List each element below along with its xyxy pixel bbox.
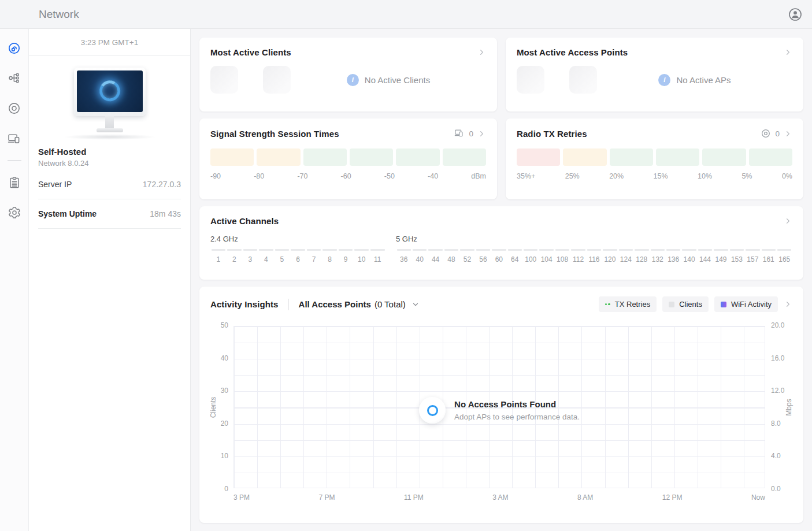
no-aps-icon xyxy=(427,405,438,416)
legend-chip-tx-retries[interactable]: TX Retries xyxy=(599,296,657,312)
time-axis: 3 PM7 PM11 PM3 AM8 AM12 PMNow xyxy=(210,493,792,502)
channel-cell: 157 xyxy=(745,249,761,263)
retry-label: 25% xyxy=(565,172,580,180)
retry-label: 0% xyxy=(782,172,792,180)
channel-tick xyxy=(492,249,506,251)
ap-selector[interactable]: All Access Points (0 Total) xyxy=(299,299,420,309)
tx-retries-dots-icon xyxy=(605,303,610,306)
signal-strength-card: Signal Strength Session Times 0 xyxy=(199,118,497,199)
most-active-clients-expand[interactable] xyxy=(477,48,486,57)
y-tick: 4.0 xyxy=(771,452,781,460)
radio-tx-expand[interactable] xyxy=(784,129,792,138)
channel-number: 112 xyxy=(570,255,586,263)
channel-tick xyxy=(508,249,522,251)
retry-bar xyxy=(517,148,560,166)
insights-clipboard-icon xyxy=(8,176,21,190)
signal-bar xyxy=(303,148,347,166)
channel-tick xyxy=(635,249,648,251)
channel-tick xyxy=(397,249,411,251)
sidebar-item-topology[interactable] xyxy=(4,68,25,88)
top-bar: Network xyxy=(0,0,812,29)
server-ip-label: Server IP xyxy=(38,180,72,189)
console-panel: 3:23 PM GMT+1 Self-Hosted Network 8.0.24… xyxy=(29,29,191,531)
dashboard-icon xyxy=(7,41,21,55)
channel-number: 2 xyxy=(227,255,243,263)
channel-cell: 7 xyxy=(306,249,322,263)
channel-tick xyxy=(730,249,744,251)
account-button[interactable] xyxy=(787,6,803,23)
channel-cell: 40 xyxy=(411,249,427,263)
sidebar-item-clients[interactable] xyxy=(4,128,25,148)
y-tick: 30 xyxy=(221,387,228,395)
active-channels-expand[interactable] xyxy=(784,217,792,225)
channel-tick xyxy=(428,249,442,251)
channel-tick xyxy=(571,249,585,251)
y-tick: 0.0 xyxy=(771,485,781,493)
channel-number: 144 xyxy=(697,255,713,263)
channel-number: 1 xyxy=(210,255,227,263)
signal-bars xyxy=(210,148,486,166)
most-active-aps-expand[interactable] xyxy=(784,48,792,57)
channel-tick xyxy=(524,249,537,251)
no-active-aps-text: No Active APs xyxy=(676,75,731,85)
channel-number: 40 xyxy=(411,255,427,263)
channel-tick xyxy=(777,249,791,251)
channel-number: 48 xyxy=(443,255,459,263)
legend-chip-wifi-activity[interactable]: WiFi Activity xyxy=(714,296,778,312)
channel-number: 161 xyxy=(761,255,776,263)
topology-icon xyxy=(8,71,21,85)
clients-icon xyxy=(7,131,21,146)
signal-label: -50 xyxy=(384,172,395,180)
y-tick: 40 xyxy=(221,354,228,362)
retry-bars xyxy=(517,148,792,166)
band-2-4ghz: 2.4 GHz 1 2 3 xyxy=(210,235,385,263)
wifi-activity-square-icon xyxy=(721,302,726,307)
channel-cell: 36 xyxy=(396,249,411,263)
mbps-axis-ticks: 20.016.012.08.04.00.0 xyxy=(771,321,784,493)
sidebar-rail xyxy=(0,29,29,531)
channel-number: 116 xyxy=(586,255,602,263)
activity-insights-card: Activity Insights All Access Points (0 T… xyxy=(199,287,803,523)
channel-cell: 9 xyxy=(338,249,354,263)
mbps-axis-title: Mbps xyxy=(784,399,792,415)
skeleton-tile xyxy=(517,66,544,94)
no-active-clients-text: No Active Clients xyxy=(365,75,430,85)
legend-chip-clients[interactable]: Clients xyxy=(662,296,709,312)
sidebar-item-settings[interactable] xyxy=(4,202,25,223)
sidebar-item-unifi-devices[interactable] xyxy=(4,98,25,118)
legend-label: WiFi Activity xyxy=(731,300,772,309)
channel-cell: 165 xyxy=(777,249,792,263)
channel-cell: 3 xyxy=(242,249,258,263)
band-2-4ghz-label: 2.4 GHz xyxy=(210,235,385,243)
retry-label: 10% xyxy=(698,172,712,180)
signal-bar xyxy=(396,148,439,166)
channel-cell: 64 xyxy=(507,249,522,263)
signal-strength-expand[interactable] xyxy=(477,129,486,138)
band-5ghz: 5 GHz 36 40 44 xyxy=(396,235,792,263)
channel-number: 52 xyxy=(459,255,475,263)
channel-tick xyxy=(339,249,353,251)
channel-cell: 132 xyxy=(650,249,665,263)
signal-label: -80 xyxy=(254,172,264,180)
sidebar-item-insights[interactable] xyxy=(4,172,25,193)
retry-label: 15% xyxy=(654,172,668,180)
sidebar-item-dashboard[interactable] xyxy=(4,38,25,58)
channel-number: 7 xyxy=(306,255,322,263)
channel-cell: 144 xyxy=(697,249,713,263)
unifi-glow-icon xyxy=(97,79,122,103)
ap-selector-count: (0 Total) xyxy=(375,299,406,309)
clock-text: 3:23 PM GMT+1 xyxy=(29,29,190,56)
channel-tick xyxy=(651,249,665,251)
x-tick: 3 PM xyxy=(233,493,250,502)
channel-number: 11 xyxy=(369,255,385,263)
y-tick: 20.0 xyxy=(771,321,784,329)
activity-insights-expand[interactable] xyxy=(784,300,792,309)
sidebar-divider xyxy=(8,160,21,161)
y-tick: 10 xyxy=(221,452,228,460)
channel-tick xyxy=(243,249,258,251)
signal-bar xyxy=(257,148,300,166)
channel-number: 60 xyxy=(491,255,507,263)
channel-cell: 100 xyxy=(523,249,539,263)
channel-tick xyxy=(227,249,242,251)
signal-label: -40 xyxy=(428,172,438,180)
